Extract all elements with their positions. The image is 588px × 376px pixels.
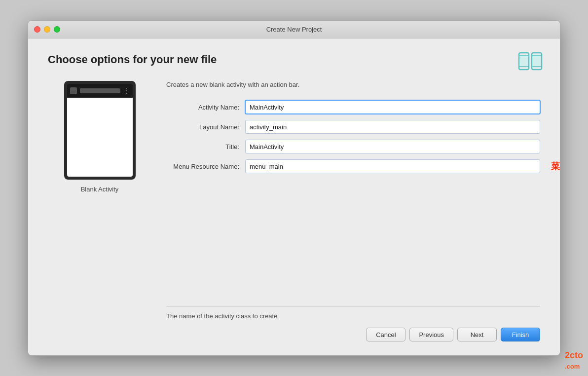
maximize-button[interactable] bbox=[54, 26, 60, 33]
title-input-wrap: 标题 bbox=[245, 140, 540, 153]
activity-name-input[interactable] bbox=[245, 100, 540, 114]
layout-name-input[interactable] bbox=[245, 120, 540, 134]
activity-name-label: Activity Name: bbox=[166, 104, 245, 111]
bottom-bar: Cancel Previous Next Finish bbox=[48, 320, 540, 345]
minimize-button[interactable] bbox=[44, 26, 50, 33]
description-text: Creates a new blank activity with an act… bbox=[166, 81, 540, 88]
menu-resource-row: Menu Resource Name: 菜单资源名称 bbox=[166, 159, 540, 173]
phone-preview: ⋮ bbox=[64, 81, 136, 180]
preview-panel: ⋮ Blank Activity bbox=[48, 81, 151, 320]
phone-title bbox=[80, 88, 120, 93]
window-title: Create New Project bbox=[266, 26, 322, 33]
preview-label: Blank Activity bbox=[81, 186, 119, 193]
hint-text: The name of the activity class to create bbox=[166, 312, 540, 320]
layout-name-row: Layout Name: 布局名称 bbox=[166, 120, 540, 134]
watermark: 2cto.com bbox=[565, 350, 583, 371]
content-area: Choose options for your new file ⋮ Blank… bbox=[28, 38, 560, 355]
close-button[interactable] bbox=[34, 26, 40, 33]
window-controls bbox=[34, 26, 60, 33]
phone-screen bbox=[67, 98, 133, 177]
menu-resource-input[interactable] bbox=[245, 159, 540, 173]
finish-button[interactable]: Finish bbox=[501, 328, 540, 341]
form-panel: Creates a new blank activity with an act… bbox=[166, 81, 540, 320]
previous-button[interactable]: Previous bbox=[409, 328, 453, 341]
svg-rect-1 bbox=[520, 55, 528, 68]
menu-resource-annotation: 菜单资源名称 bbox=[551, 160, 560, 172]
title-label: Title: bbox=[166, 143, 245, 150]
separator bbox=[166, 306, 540, 306]
main-area: ⋮ Blank Activity Creates a new blank act… bbox=[48, 81, 540, 320]
menu-resource-input-wrap: 菜单资源名称 bbox=[245, 159, 540, 173]
activity-name-input-wrap: 主Activity bbox=[245, 100, 540, 114]
layout-name-label: Layout Name: bbox=[166, 123, 245, 131]
main-window: Create New Project Choose options for yo… bbox=[28, 20, 560, 356]
svg-rect-3 bbox=[533, 55, 541, 68]
form-table: Activity Name: 主Activity Layout Name: 布局… bbox=[166, 100, 540, 173]
page-title: Choose options for your new file bbox=[48, 53, 540, 66]
title-bar: Create New Project bbox=[28, 21, 560, 38]
menu-resource-label: Menu Resource Name: bbox=[166, 163, 245, 170]
activity-name-row: Activity Name: 主Activity bbox=[166, 100, 540, 114]
phone-nav bbox=[70, 87, 77, 94]
next-button[interactable]: Next bbox=[457, 328, 497, 341]
layout-name-input-wrap: 布局名称 bbox=[245, 120, 540, 134]
phone-top-bar: ⋮ bbox=[67, 84, 133, 98]
phone-menu-dots: ⋮ bbox=[123, 87, 130, 94]
android-icon bbox=[518, 51, 543, 73]
title-row: Title: 标题 bbox=[166, 140, 540, 153]
title-input[interactable] bbox=[245, 140, 540, 153]
cancel-button[interactable]: Cancel bbox=[366, 328, 405, 341]
